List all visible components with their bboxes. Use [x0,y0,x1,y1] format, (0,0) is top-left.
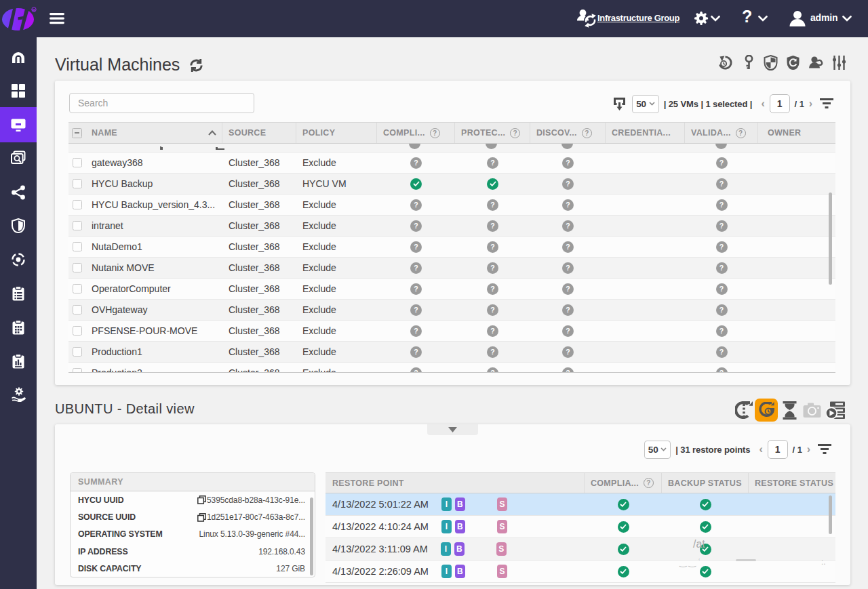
svg-text:R: R [33,8,36,12]
